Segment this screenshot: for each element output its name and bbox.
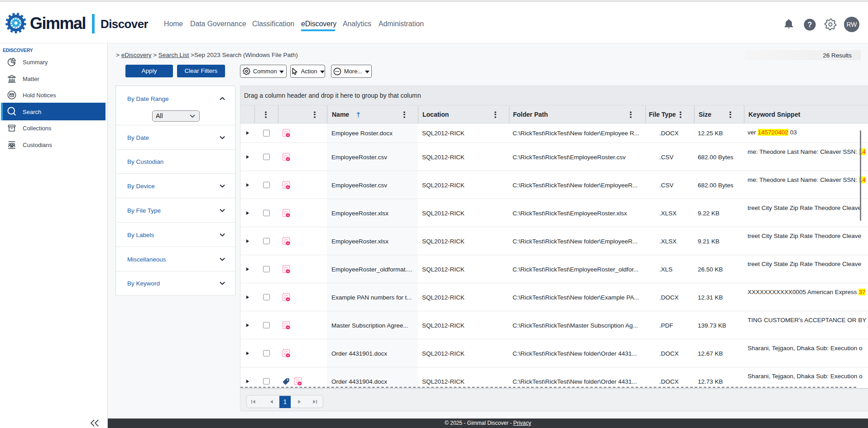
svg-text:?: ?: [808, 21, 812, 29]
